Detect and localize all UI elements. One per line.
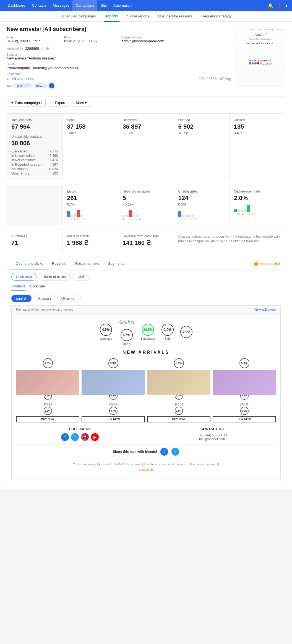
product-4-image[interactable] (213, 370, 276, 395)
unavail-label: Unavailable contacts (11, 135, 58, 139)
contact-tab-click-rate[interactable]: Click rate (30, 284, 45, 291)
more-button[interactable]: More ▾ (72, 99, 91, 107)
subtab-click-map[interactable]: Click map (11, 273, 36, 281)
contact-phone: +380 (44) 111-11-11 (148, 433, 276, 437)
product-3-top-bubble[interactable]: 5.0% (174, 358, 184, 368)
errors-value: 261 (67, 194, 113, 202)
instagram-icon[interactable]: 📷 (81, 433, 89, 441)
share-facebook-icon[interactable]: f (160, 448, 168, 456)
segments-info: ≡ All subscribers 201423503 07 Aug (7, 77, 231, 81)
anabel-logo: Anabel (119, 318, 134, 326)
product-2-image[interactable] (82, 370, 145, 395)
sent-pct: 100% (67, 131, 113, 135)
stat-unavail-spacer (7, 185, 62, 225)
view-in-browser-link[interactable]: View in Browser (254, 308, 276, 311)
tab-revenue[interactable]: Revenue (48, 258, 71, 269)
opens-clicks-section: Opens and clicks Revenue Response time S… (7, 258, 285, 484)
link-icon[interactable]: 🔗 (46, 47, 49, 50)
subnav-scheduled[interactable]: Scheduled campaigns (59, 11, 97, 22)
stat-sent: Sent 37 158 100% (62, 114, 118, 180)
product-2-price: $90.00 (109, 403, 118, 406)
unavail-unsubscribed: In Unsubscribed 6 490 (11, 154, 58, 158)
clicked-pct: 0.4% (234, 131, 281, 135)
product-1-top-bubble[interactable]: 9.0% (43, 358, 53, 368)
nav-messages[interactable]: Messages (49, 0, 72, 11)
product-1-image[interactable] (16, 370, 79, 395)
subtab-amp[interactable]: AMP (73, 273, 90, 281)
unsubscribe-link[interactable]: Unsubscribe (20, 468, 272, 471)
twitter-icon[interactable]: t (71, 433, 79, 441)
opened-value: 6 902 (178, 123, 225, 130)
tab-response-time[interactable]: Response time (71, 258, 104, 269)
clicked-label: Clicked (234, 118, 281, 122)
total-contacts-value: 67 964 (11, 123, 58, 130)
export-button[interactable]: ↓ Export (48, 99, 69, 107)
product-1-price-bubble[interactable]: 3.2% (44, 407, 52, 415)
subnav-frequency-strategy[interactable]: Frequency strategy (200, 11, 233, 22)
extra-bubble[interactable]: 7.0% (180, 326, 192, 338)
contact-tab-contacts[interactable]: Contacts (11, 284, 25, 291)
product-3-price-bubble[interactable]: 2.8% (175, 407, 183, 415)
email-preview-thumbnail[interactable]: Preheader of the most exciting promotion… (236, 26, 285, 87)
womens-bubble[interactable]: 4.5% (100, 324, 112, 336)
lang-tab-ukrainian[interactable]: Ukrainian (57, 295, 81, 302)
start-meta: Start 07 Aug, 2023 • 11:27 (7, 36, 62, 43)
unavail-spam: In Reported as spam 597 (11, 162, 58, 167)
add-details-button[interactable]: 🔶 Add details ▾ (253, 261, 281, 266)
follow-section: FOLLOW US f t 📷 ▶ (16, 427, 144, 441)
product-3-buynow[interactable]: BUY NOW (147, 416, 210, 422)
nav-womens: 4.5% Women's (100, 324, 112, 340)
segment-name[interactable]: All subscribers (12, 77, 35, 81)
subnav-unsubscribe-reasons[interactable]: Unsubscribe reasons (157, 11, 193, 22)
tab-segments[interactable]: Segments (104, 258, 129, 269)
sale-bubble[interactable]: 2.0% (161, 324, 174, 336)
new-arrivals-title: NEW ARRIVALS (16, 350, 276, 355)
extra-campaigns-button[interactable]: ✦ Extra campaigns (7, 99, 46, 107)
product-1-buynow[interactable]: BUY NOW (16, 416, 79, 422)
subnav-reports[interactable]: Reports (104, 11, 119, 22)
nav-dashboard[interactable]: Dashboard (4, 0, 29, 11)
lang-tab-english[interactable]: English (11, 295, 32, 302)
subnav-single-reports[interactable]: Single reports (126, 11, 150, 22)
handbags-bubble[interactable]: 26.5% (142, 324, 154, 336)
nav-contacts[interactable]: Contacts (29, 0, 49, 11)
delivered-pct: 99.3% (122, 131, 169, 135)
sent-value: 37 158 (67, 123, 113, 130)
product-2-top-bubble[interactable]: 5.0% (108, 358, 118, 368)
youtube-icon[interactable]: ▶ (91, 433, 99, 441)
sale-note-card: A sale is defined as a transition from t… (174, 230, 285, 251)
tag-new: new × (33, 83, 48, 88)
subtab-table-clicks[interactable]: Table of clicks (39, 273, 71, 281)
product-2-buynow[interactable]: BUY NOW (82, 416, 145, 422)
email-footer: You are receiving this email to %EMAIL% … (16, 459, 276, 475)
product-2-price-bubble[interactable]: 3.7% (109, 407, 118, 415)
lang-tab-russian[interactable]: Russian (34, 295, 55, 302)
help-icon[interactable]: ❓ (277, 3, 282, 8)
clicked-value: 135 (234, 123, 281, 130)
tab-opens-clicks[interactable]: Opens and clicks (11, 258, 48, 269)
product-4-top-bubble[interactable]: 5.0% (239, 358, 249, 368)
email-nav-row: 4.5% Women's Anabel 6.5% Men's 26.5% Han… (16, 318, 276, 346)
share-twitter-icon[interactable]: t (171, 448, 179, 456)
facebook-icon[interactable]: f (61, 433, 69, 441)
copy-icon[interactable]: ⧉ (41, 47, 43, 50)
tag-promo-remove[interactable]: × (27, 84, 29, 88)
account-dropdown-icon[interactable]: ▾ (285, 3, 288, 8)
bell-icon[interactable]: 🔔 (268, 3, 273, 8)
tag-new-remove[interactable]: × (43, 84, 45, 88)
product-3-image[interactable] (147, 370, 210, 395)
unsub-value: 124 (178, 194, 225, 202)
product-1-price: $79.95 (43, 403, 52, 406)
purchases-row: Purchases 71 Average check 1 988 ₴ Reven… (7, 230, 285, 251)
nav-site[interactable]: Site (97, 0, 110, 11)
tag-add-button[interactable]: + (49, 83, 54, 89)
nav-handbags: 26.5% Handbags (141, 324, 155, 340)
nav-automation[interactable]: Automation (110, 0, 135, 11)
product-4-buynow[interactable]: BUY NOW (213, 416, 276, 422)
contact-section: CONTACT US +380 (44) 111-11-11 info@anab… (148, 427, 276, 441)
product-4-price-bubble[interactable]: 1.5% (240, 407, 249, 415)
revenue-value: 141 160 ₴ (122, 239, 169, 246)
other-errors-label: Other errors (11, 172, 29, 175)
nav-campaigns[interactable]: Campaigns (72, 0, 97, 11)
mens-bubble[interactable]: 6.5% (121, 329, 133, 341)
